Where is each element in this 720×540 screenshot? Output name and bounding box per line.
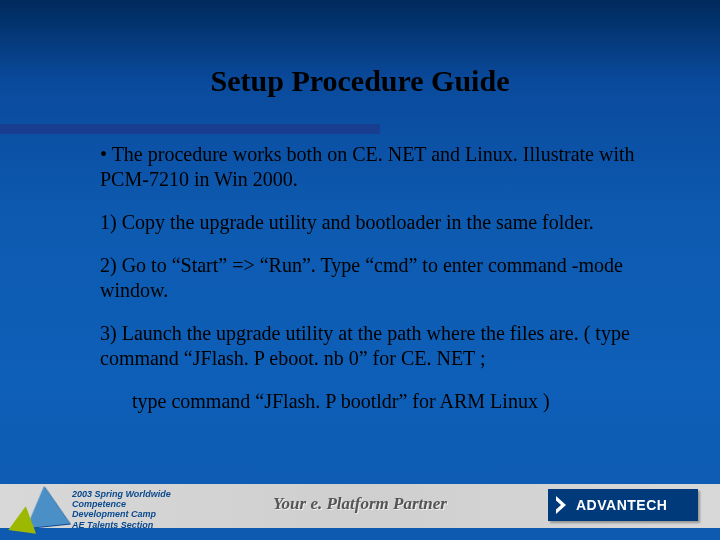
camp-line3: AE Talents Section — [72, 520, 180, 530]
step-1: 1) Copy the upgrade utility and bootload… — [100, 210, 660, 235]
slide: Setup Procedure Guide • The procedure wo… — [0, 0, 720, 540]
intro-bullet: • The procedure works both on CE. NET an… — [100, 142, 660, 192]
step-2: 2) Go to “Start” => “Run”. Type “cmd” to… — [100, 253, 660, 303]
brand-text: ADVANTECH — [576, 497, 667, 513]
chevron-icon — [556, 496, 570, 514]
content-area: • The procedure works both on CE. NET an… — [100, 142, 660, 432]
step-3: 3) Launch the upgrade utility at the pat… — [100, 321, 660, 371]
step-3-cont: type command “JFlash. P bootldr” for ARM… — [132, 389, 660, 414]
advantech-logo: ADVANTECH — [548, 489, 698, 521]
footer: 2003 Spring Worldwide Competence Develop… — [0, 476, 720, 540]
slide-title: Setup Procedure Guide — [0, 64, 720, 98]
accent-bar — [0, 124, 380, 134]
